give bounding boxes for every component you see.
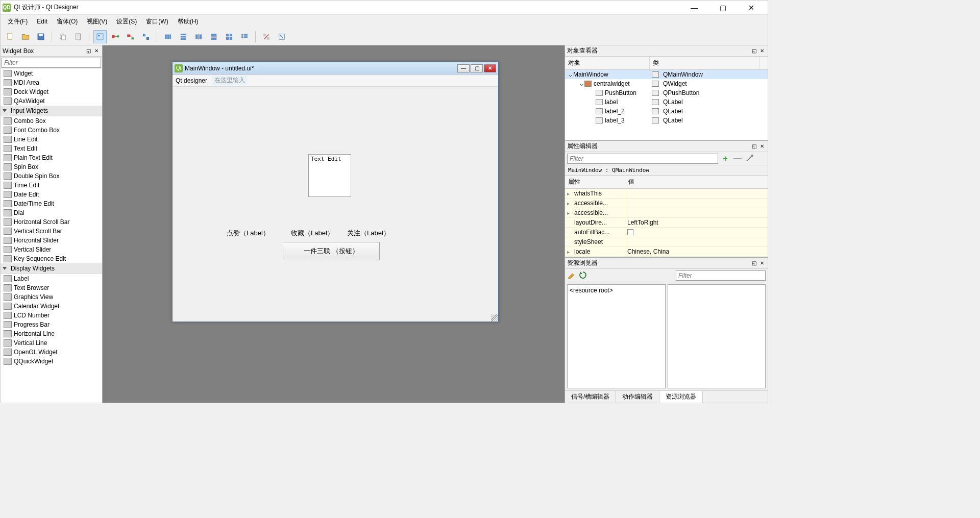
expand-arrow-icon[interactable]: ▸ bbox=[567, 191, 572, 196]
widget-category[interactable]: Input Widgets bbox=[1, 106, 102, 116]
widget-item[interactable]: Dock Widget bbox=[1, 87, 102, 96]
panel-close-button[interactable]: ✕ bbox=[758, 143, 766, 150]
widget-item[interactable]: Vertical Scroll Bar bbox=[1, 227, 102, 236]
widget-item[interactable]: Date Edit bbox=[1, 190, 102, 199]
resource-preview-pane[interactable] bbox=[668, 284, 766, 388]
panel-close-button[interactable]: ✕ bbox=[758, 47, 766, 55]
maximize-button[interactable]: ▢ bbox=[713, 2, 733, 14]
widget-item[interactable]: Graphics View bbox=[1, 292, 102, 302]
widget-item[interactable]: QQuickWidget bbox=[1, 357, 102, 366]
design-menubar[interactable]: Qt designer 在这里输入 bbox=[173, 75, 498, 87]
property-value[interactable]: Chinese, China bbox=[627, 248, 669, 255]
expand-arrow-icon[interactable]: ▸ bbox=[567, 210, 572, 216]
object-row[interactable]: ⌵centralwidgetQWidget bbox=[565, 79, 768, 88]
property-row[interactable]: ▸accessible... bbox=[565, 199, 768, 208]
open-file-button[interactable] bbox=[19, 30, 32, 43]
expand-arrow-icon[interactable]: ⌵ bbox=[567, 71, 573, 78]
bottom-tab[interactable]: 资源浏览器 bbox=[659, 391, 703, 403]
design-label-2[interactable]: 收藏（Label） bbox=[291, 229, 334, 238]
menu-item[interactable]: 设置(S) bbox=[112, 16, 141, 28]
design-pushbutton[interactable]: 一件三联 （按钮） bbox=[283, 242, 380, 260]
widget-item[interactable]: Spin Box bbox=[1, 162, 102, 171]
widget-item[interactable]: Horizontal Line bbox=[1, 329, 102, 338]
object-row[interactable]: labelQLabel bbox=[565, 97, 768, 107]
widget-item[interactable]: Combo Box bbox=[1, 116, 102, 126]
widget-item[interactable]: Date/Time Edit bbox=[1, 199, 102, 208]
design-textedit[interactable]: Text Edit bbox=[308, 154, 351, 197]
menu-item[interactable]: Edit bbox=[33, 16, 52, 27]
widget-item[interactable]: Vertical Slider bbox=[1, 245, 102, 254]
property-remove-button[interactable]: — bbox=[732, 154, 743, 164]
widget-item[interactable]: Horizontal Slider bbox=[1, 236, 102, 245]
widget-item[interactable]: Double Spin Box bbox=[1, 171, 102, 181]
menu-item[interactable]: 窗口(W) bbox=[142, 16, 172, 28]
property-add-button[interactable]: + bbox=[720, 154, 730, 164]
property-header-value[interactable]: 值 bbox=[625, 176, 760, 188]
design-canvas[interactable]: Qt MainWindow - untitled.ui* — ▢ ✕ Qt de… bbox=[103, 45, 565, 403]
edit-widgets-button[interactable] bbox=[93, 30, 107, 43]
design-central-widget[interactable]: Text Edit 点赞（Label） 收藏（Label） 关注（Label） … bbox=[173, 87, 498, 322]
adjust-size-button[interactable] bbox=[275, 30, 288, 43]
layout-horizontal-splitter-button[interactable] bbox=[192, 30, 205, 43]
paste-button[interactable] bbox=[71, 30, 85, 43]
widget-item[interactable]: Label bbox=[1, 274, 102, 283]
menu-item[interactable]: 文件(F) bbox=[4, 16, 32, 28]
copy-button[interactable] bbox=[56, 30, 69, 43]
widget-item[interactable]: Widget bbox=[1, 69, 102, 78]
widget-item[interactable]: Time Edit bbox=[1, 181, 102, 190]
property-filter[interactable] bbox=[567, 154, 718, 164]
object-row[interactable]: label_3QLabel bbox=[565, 116, 768, 125]
panel-float-button[interactable]: ◱ bbox=[750, 143, 757, 150]
widget-box-filter[interactable] bbox=[2, 58, 101, 68]
design-form-window[interactable]: Qt MainWindow - untitled.ui* — ▢ ✕ Qt de… bbox=[172, 62, 499, 322]
property-config-button[interactable] bbox=[745, 154, 755, 164]
widget-item[interactable]: Horizontal Scroll Bar bbox=[1, 217, 102, 227]
panel-close-button[interactable]: ✕ bbox=[93, 47, 100, 55]
object-row[interactable]: ⌵MainWindowQMainWindow bbox=[565, 70, 768, 79]
break-layout-button[interactable] bbox=[260, 30, 273, 43]
bottom-tab[interactable]: 信号/槽编辑器 bbox=[565, 391, 616, 403]
widget-item[interactable]: MDI Area bbox=[1, 78, 102, 87]
design-minimize-button[interactable]: — bbox=[457, 64, 470, 72]
property-row[interactable]: ▸accessible... bbox=[565, 208, 768, 218]
bottom-tab[interactable]: 动作编辑器 bbox=[616, 391, 659, 403]
layout-vertical-splitter-button[interactable] bbox=[207, 30, 220, 43]
reload-resource-button[interactable] bbox=[578, 270, 587, 280]
widget-item[interactable]: Vertical Line bbox=[1, 338, 102, 348]
resource-tree-pane[interactable]: <resource root> bbox=[567, 284, 666, 388]
menu-item[interactable]: 窗体(O) bbox=[53, 16, 82, 28]
minimize-button[interactable]: — bbox=[684, 2, 704, 14]
property-value[interactable]: LeftToRight bbox=[627, 219, 658, 226]
object-tree[interactable]: 对象 类 ⌵MainWindowQMainWindow⌵centralwidge… bbox=[565, 57, 768, 140]
edit-tab-order-button[interactable]: 1 bbox=[139, 30, 153, 43]
design-menu-item[interactable]: Qt designer bbox=[176, 77, 207, 84]
layout-vertical-button[interactable] bbox=[177, 30, 190, 43]
layout-grid-button[interactable] bbox=[223, 30, 236, 43]
object-header-class[interactable]: 类 bbox=[650, 57, 760, 69]
property-row[interactable]: autoFillBac... bbox=[565, 228, 768, 237]
edit-resource-button[interactable] bbox=[567, 270, 576, 280]
design-label-1[interactable]: 点赞（Label） bbox=[227, 229, 270, 238]
expand-arrow-icon[interactable]: ⌵ bbox=[578, 80, 584, 87]
property-header-name[interactable]: 属性 bbox=[565, 176, 625, 188]
object-row[interactable]: label_2QLabel bbox=[565, 107, 768, 116]
widget-item[interactable]: Dial bbox=[1, 208, 102, 217]
panel-float-button[interactable]: ◱ bbox=[750, 260, 757, 267]
edit-buddies-button[interactable] bbox=[124, 30, 137, 43]
resize-grip-icon[interactable] bbox=[491, 314, 498, 322]
property-row[interactable]: ▸localeChinese, China bbox=[565, 247, 768, 257]
save-file-button[interactable] bbox=[34, 30, 47, 43]
panel-close-button[interactable]: ✕ bbox=[758, 260, 766, 267]
widget-tree[interactable]: WidgetMDI AreaDock WidgetQAxWidgetInput … bbox=[1, 69, 102, 403]
property-table[interactable]: 属性 值 ▸whatsThis▸accessible...▸accessible… bbox=[565, 176, 768, 257]
menu-item[interactable]: 视图(V) bbox=[83, 16, 111, 28]
property-row[interactable]: ▸whatsThis bbox=[565, 189, 768, 199]
layout-horizontal-button[interactable] bbox=[161, 30, 175, 43]
widget-item[interactable]: Text Edit bbox=[1, 144, 102, 153]
widget-item[interactable]: Key Sequence Edit bbox=[1, 254, 102, 263]
panel-float-button[interactable]: ◱ bbox=[85, 47, 92, 55]
property-row[interactable]: layoutDire...LeftToRight bbox=[565, 218, 768, 228]
widget-item[interactable]: Text Browser bbox=[1, 283, 102, 292]
design-menu-hint[interactable]: 在这里输入 bbox=[212, 76, 247, 85]
menu-item[interactable]: 帮助(H) bbox=[174, 16, 203, 28]
